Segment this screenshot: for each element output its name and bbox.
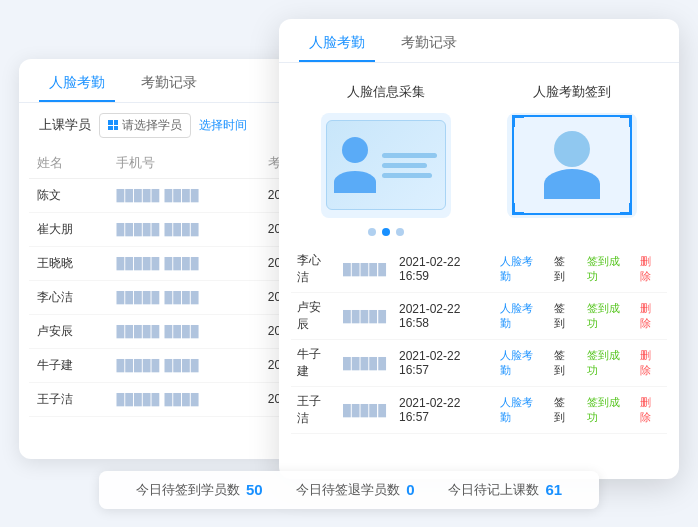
cell-phone: █████ ████	[108, 246, 259, 280]
cell-time: 2021-02-22 16:58	[393, 292, 494, 339]
cell-phone: █████ ████	[108, 314, 259, 348]
face-checkin-title: 人脸考勤签到	[533, 83, 611, 101]
front-card: 人脸考勤 考勤记录 人脸信息采集	[279, 19, 679, 479]
filter-label: 上课学员	[39, 116, 91, 134]
cell-name: 王晓晓	[29, 246, 108, 280]
carousel-dots	[368, 228, 404, 236]
cell-name: 王子洁	[291, 386, 337, 433]
cell-type: 人脸考勤	[494, 246, 547, 293]
cell-action: 签到	[548, 386, 581, 433]
face-info-title: 人脸信息采集	[347, 83, 425, 101]
cell-type: 人脸考勤	[494, 292, 547, 339]
cell-delete[interactable]: 删除	[634, 386, 667, 433]
id-lines	[382, 153, 437, 178]
cell-name: 李心洁	[291, 246, 337, 293]
cell-delete[interactable]: 删除	[634, 292, 667, 339]
id-line-3	[382, 173, 432, 178]
id-body	[334, 171, 376, 193]
cell-phone: █████	[337, 292, 393, 339]
cell-phone: █████ ████	[108, 280, 259, 314]
col-name: 姓名	[29, 148, 108, 179]
cell-name: 牛子建	[291, 339, 337, 386]
cell-phone: █████ ████	[108, 212, 259, 246]
cell-delete[interactable]: 删除	[634, 246, 667, 293]
cell-action: 签到	[548, 292, 581, 339]
dot-1	[368, 228, 376, 236]
cell-name: 崔大朋	[29, 212, 108, 246]
stat-class-count-value: 61	[545, 481, 562, 498]
tab-face-attendance-back[interactable]: 人脸考勤	[39, 66, 115, 102]
front-card-tabs: 人脸考勤 考勤记录	[279, 19, 679, 63]
corner-bl	[512, 203, 524, 215]
tab-face-attendance-front[interactable]: 人脸考勤	[299, 26, 375, 62]
table-row: 卢安辰 █████ 2021-02-22 16:58 人脸考勤 签到 签到成功 …	[291, 292, 667, 339]
cell-phone: █████	[337, 339, 393, 386]
attendance-table-front: 李心洁 █████ 2021-02-22 16:59 人脸考勤 签到 签到成功 …	[291, 246, 667, 434]
stat-waiting-signout: 今日待签退学员数 0	[296, 481, 414, 499]
cell-phone: █████ ████	[108, 382, 259, 416]
col-phone: 手机号	[108, 148, 259, 179]
cell-name: 陈文	[29, 178, 108, 212]
cell-type: 人脸考勤	[494, 339, 547, 386]
cell-name: 牛子建	[29, 348, 108, 382]
cell-result: 签到成功	[581, 246, 634, 293]
scan-avatar	[544, 131, 600, 199]
cell-name: 卢安辰	[29, 314, 108, 348]
stat-waiting-signout-value: 0	[406, 481, 414, 498]
cell-name: 王子洁	[29, 382, 108, 416]
stat-class-count: 今日待记上课数 61	[448, 481, 562, 499]
face-scan-box	[507, 113, 637, 218]
grid-icon	[108, 120, 118, 130]
tab-attendance-record-front[interactable]: 考勤记录	[391, 26, 467, 62]
id-line-1	[382, 153, 437, 158]
cell-result: 签到成功	[581, 339, 634, 386]
face-head	[554, 131, 590, 167]
id-card-visual	[326, 120, 446, 210]
corner-tl	[512, 115, 524, 127]
cell-time: 2021-02-22 16:57	[393, 386, 494, 433]
face-checkin-panel: 人脸考勤签到	[489, 83, 655, 236]
stat-waiting-signout-label: 今日待签退学员数	[296, 481, 400, 499]
cell-name: 卢安辰	[291, 292, 337, 339]
face-info-box	[321, 113, 451, 218]
cell-type: 人脸考勤	[494, 386, 547, 433]
dot-3	[396, 228, 404, 236]
cell-phone: █████	[337, 386, 393, 433]
tab-attendance-record-back[interactable]: 考勤记录	[131, 66, 207, 102]
cell-time: 2021-02-22 16:59	[393, 246, 494, 293]
front-table-wrapper: 李心洁 █████ 2021-02-22 16:59 人脸考勤 签到 签到成功 …	[279, 246, 679, 434]
cell-phone: █████ ████	[108, 178, 259, 212]
cell-result: 签到成功	[581, 386, 634, 433]
bottom-stats-bar: 今日待签到学员数 50 今日待签退学员数 0 今日待记上课数 61	[99, 471, 599, 509]
cell-result: 签到成功	[581, 292, 634, 339]
cell-time: 2021-02-22 16:57	[393, 339, 494, 386]
cell-phone: █████ ████	[108, 348, 259, 382]
cell-phone: █████	[337, 246, 393, 293]
face-body	[544, 169, 600, 199]
scan-frame	[512, 115, 632, 215]
corner-br	[620, 203, 632, 215]
stat-waiting-signin: 今日待签到学员数 50	[136, 481, 263, 499]
table-row: 牛子建 █████ 2021-02-22 16:57 人脸考勤 签到 签到成功 …	[291, 339, 667, 386]
stat-class-count-label: 今日待记上课数	[448, 481, 539, 499]
student-select-button[interactable]: 请选择学员	[99, 113, 191, 138]
time-select-button[interactable]: 选择时间	[199, 117, 247, 134]
stat-waiting-signin-label: 今日待签到学员数	[136, 481, 240, 499]
stat-waiting-signin-value: 50	[246, 481, 263, 498]
cell-action: 签到	[548, 339, 581, 386]
id-line-2	[382, 163, 427, 168]
table-row: 王子洁 █████ 2021-02-22 16:57 人脸考勤 签到 签到成功 …	[291, 386, 667, 433]
face-info-panel: 人脸信息采集	[303, 83, 469, 236]
cell-name: 李心洁	[29, 280, 108, 314]
dot-2	[382, 228, 390, 236]
corner-tr	[620, 115, 632, 127]
id-avatar	[335, 137, 374, 193]
id-head	[342, 137, 368, 163]
table-row: 李心洁 █████ 2021-02-22 16:59 人脸考勤 签到 签到成功 …	[291, 246, 667, 293]
cell-action: 签到	[548, 246, 581, 293]
cell-delete[interactable]: 删除	[634, 339, 667, 386]
face-panels: 人脸信息采集	[279, 63, 679, 246]
